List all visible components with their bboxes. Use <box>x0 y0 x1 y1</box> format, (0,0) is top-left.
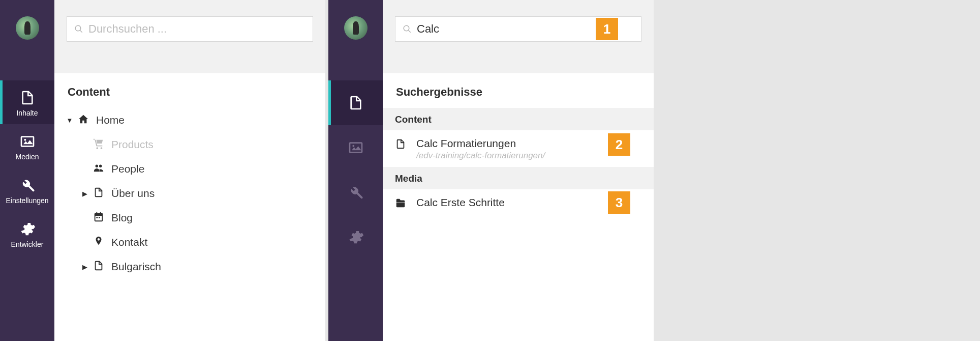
tree-label: Products <box>111 138 154 151</box>
sidebar-nav: Inhalte Medien Einstellungen Entwickler <box>0 0 54 341</box>
search-icon <box>74 24 83 34</box>
panel-search-results: 1 Suchergebnisse Content Calc Formatieru… <box>328 0 654 341</box>
tree-node-kontakt[interactable]: Kontakt <box>81 230 320 254</box>
nav-inhalte[interactable] <box>328 80 383 125</box>
tree-label: Über uns <box>111 187 155 200</box>
annotation-marker-1: 1 <box>596 18 618 40</box>
home-icon <box>76 113 91 127</box>
nav-label: Entwickler <box>11 240 44 248</box>
gear-icon <box>348 229 364 245</box>
tree-node-ueber-uns[interactable]: ▶ Über uns <box>81 181 320 206</box>
searchbar-area: 1 <box>383 0 654 73</box>
image-icon <box>19 133 36 150</box>
results-main: 1 Suchergebnisse Content Calc Formatieru… <box>383 0 654 341</box>
tree-label: Blog <box>111 212 133 224</box>
tree-node-products[interactable]: Products <box>81 132 320 157</box>
people-icon <box>91 162 106 176</box>
search-input[interactable] <box>88 22 305 36</box>
tree-node-bulgarisch[interactable]: ▶ Bulgarisch <box>81 254 320 279</box>
nav-label: Medien <box>16 153 39 161</box>
section-title: Content <box>54 73 325 108</box>
annotation-marker-3: 3 <box>608 191 630 214</box>
nav-einstellungen[interactable]: Einstellungen <box>0 168 54 212</box>
file-icon <box>395 137 410 152</box>
nav-inhalte[interactable]: Inhalte <box>0 80 54 124</box>
tree-label: Home <box>96 114 125 126</box>
caret-right-icon[interactable]: ▶ <box>81 263 89 271</box>
caret-right-icon[interactable]: ▶ <box>81 190 89 197</box>
empty-area <box>656 0 980 341</box>
nav-label: Einstellungen <box>6 196 48 205</box>
file-icon <box>91 187 106 201</box>
cart-icon <box>91 138 106 152</box>
content-tree: ▼ Home Products People ▶ Über <box>54 108 325 279</box>
annotation-marker-2: 2 <box>608 133 630 156</box>
nav-entwickler[interactable] <box>328 215 383 260</box>
tree-node-people[interactable]: People <box>81 157 320 181</box>
result-calc-erste-schritte[interactable]: Calc Erste Schritte 3 <box>383 189 654 217</box>
tree-label: People <box>111 163 144 175</box>
wrench-icon <box>19 177 36 193</box>
searchbar-area <box>54 0 325 73</box>
file-icon <box>91 260 106 274</box>
group-header-content: Content <box>383 108 654 130</box>
search-icon <box>403 24 412 34</box>
tree-children: Products People ▶ Über uns Blog <box>66 132 320 279</box>
group-header-media: Media <box>383 167 654 189</box>
nav-medien[interactable]: Medien <box>0 124 54 168</box>
nav-entwickler[interactable]: Entwickler <box>0 212 54 255</box>
avatar[interactable] <box>344 16 368 40</box>
result-calc-formatierungen[interactable]: Calc Formatierungen /edv-training/calc-f… <box>383 130 654 167</box>
panel-tree-view: Inhalte Medien Einstellungen Entwickler … <box>0 0 325 341</box>
avatar[interactable] <box>16 16 39 40</box>
search-box[interactable] <box>67 16 313 42</box>
tree-label: Bulgarisch <box>111 261 161 273</box>
tree-main: Content ▼ Home Products People <box>54 0 325 341</box>
file-icon <box>19 90 36 106</box>
tree-node-home[interactable]: ▼ Home <box>66 108 320 132</box>
sidebar-nav <box>328 0 383 341</box>
tree-node-blog[interactable]: Blog <box>81 206 320 230</box>
nav-einstellungen[interactable] <box>328 170 383 215</box>
tree-label: Kontakt <box>111 236 147 248</box>
caret-down-icon[interactable]: ▼ <box>66 117 74 124</box>
folder-icon <box>395 196 410 211</box>
nav-medien[interactable] <box>328 125 383 170</box>
pin-icon <box>91 236 106 249</box>
section-title: Suchergebnisse <box>383 73 654 108</box>
image-icon <box>348 139 364 156</box>
nav-label: Inhalte <box>16 109 38 117</box>
wrench-icon <box>348 184 364 201</box>
calendar-icon <box>91 211 106 225</box>
file-icon <box>348 95 364 111</box>
gear-icon <box>19 221 36 237</box>
